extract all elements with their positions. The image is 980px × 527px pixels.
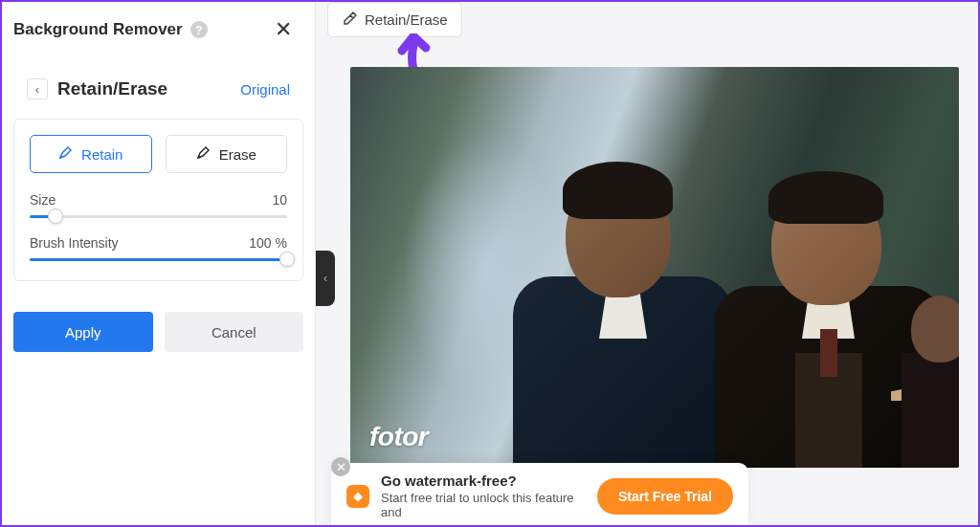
retain-button[interactable]: Retain (30, 135, 152, 173)
svg-point-0 (60, 155, 63, 158)
svg-point-1 (197, 155, 200, 158)
start-trial-button[interactable]: Start Free Trial (597, 478, 733, 515)
sidebar: Background Remover ? ✕ ‹ Retain/Erase Or… (2, 2, 316, 525)
watermark: fotor (369, 422, 428, 452)
erase-label: Erase (219, 146, 256, 163)
size-label: Size (30, 192, 56, 208)
retain-label: Retain (81, 146, 122, 163)
intensity-slider-row: Brush Intensity 100 % (30, 235, 287, 261)
cancel-button[interactable]: Cancel (165, 312, 304, 352)
promo-title: Go watermark-free? (381, 472, 586, 489)
retain-erase-pill-label: Retain/Erase (365, 11, 448, 28)
size-slider[interactable] (30, 215, 287, 218)
retain-erase-pill[interactable]: Retain/Erase (327, 2, 462, 37)
controls-box: Retain Erase Size 10 (13, 119, 303, 281)
intensity-label: Brush Intensity (30, 235, 119, 251)
intensity-slider-handle[interactable] (279, 252, 295, 267)
image-preview[interactable]: fotor (350, 67, 959, 468)
promo-close-button[interactable]: ✕ (331, 457, 350, 476)
help-icon[interactable]: ? (190, 21, 208, 38)
diamond-icon: ◆ (346, 485, 369, 508)
promo-subtitle: Start free trial to unlock this feature … (381, 491, 586, 519)
subject-person (902, 276, 959, 468)
back-chevron-icon[interactable]: ‹ (27, 78, 48, 99)
size-slider-handle[interactable] (48, 209, 63, 224)
close-button[interactable]: ✕ (267, 13, 300, 46)
eraser-icon (342, 11, 357, 29)
size-slider-row: Size 10 (30, 192, 287, 218)
promo-bar: ✕ ◆ Go watermark-free? Start free trial … (331, 463, 748, 525)
panel-title: Background Remover (13, 20, 183, 39)
action-buttons: Apply Cancel (13, 312, 303, 352)
mode-buttons: Retain Erase (30, 135, 287, 173)
original-link[interactable]: Original (240, 81, 290, 98)
intensity-slider[interactable] (30, 258, 287, 261)
collapse-tab[interactable]: ‹ (316, 251, 335, 306)
section-title: Retain/Erase (57, 78, 167, 99)
size-value: 10 (272, 192, 287, 208)
sidebar-header: Background Remover ? ✕ (2, 2, 315, 65)
apply-button[interactable]: Apply (13, 312, 153, 352)
retain-brush-icon (58, 145, 74, 164)
subject-person (513, 152, 733, 468)
erase-button[interactable]: Erase (166, 135, 288, 173)
canvas-area: Retain/Erase ‹ (316, 2, 978, 525)
erase-brush-icon (196, 145, 212, 164)
section-header: ‹ Retain/Erase Original (11, 65, 305, 113)
intensity-value: 100 % (249, 235, 287, 251)
